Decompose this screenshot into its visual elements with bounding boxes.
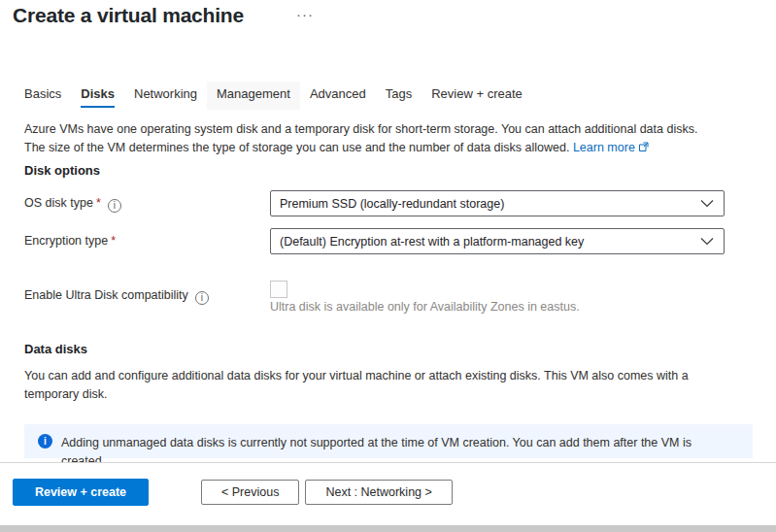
disks-description: Azure VMs have one operating system disk…	[24, 120, 697, 157]
description-line-2: The size of the VM determines the type o…	[24, 139, 697, 157]
more-options-icon[interactable]: ···	[296, 6, 314, 22]
create-vm-page: Create a virtual machine ··· Basics Disk…	[0, 0, 776, 532]
wizard-footer: Review + create < Previous Next : Networ…	[0, 462, 776, 525]
data-disks-heading: Data disks	[24, 342, 87, 356]
next-networking-button[interactable]: Next : Networking >	[305, 480, 452, 505]
info-icon[interactable]: i	[195, 291, 209, 305]
required-asterisk: *	[111, 234, 116, 248]
tab-review-create[interactable]: Review + create	[422, 82, 532, 110]
data-disks-description: You can add and configure additional dat…	[24, 367, 689, 404]
wizard-tabs: Basics Disks Networking Management Advan…	[15, 82, 532, 110]
ultra-disk-label: Enable Ultra Disk compatibilityi	[24, 288, 209, 305]
os-disk-type-label: OS disk type*i	[24, 196, 121, 213]
ultra-disk-helper-text: Ultra disk is available only for Availab…	[270, 300, 580, 314]
tab-tags[interactable]: Tags	[376, 82, 422, 110]
tab-advanced[interactable]: Advanced	[300, 82, 376, 110]
learn-more-link[interactable]: Learn more	[573, 141, 635, 154]
ultra-disk-checkbox[interactable]	[270, 281, 287, 298]
tab-disks[interactable]: Disks	[71, 82, 124, 110]
disk-options-heading: Disk options	[24, 163, 100, 178]
os-disk-type-value: Premium SSD (locally-redundant storage)	[280, 197, 504, 211]
encryption-type-value: (Default) Encryption at-rest with a plat…	[280, 235, 584, 249]
chevron-down-icon	[700, 237, 714, 246]
review-create-button[interactable]: Review + create	[13, 479, 149, 506]
page-title: Create a virtual machine	[13, 4, 244, 27]
info-icon[interactable]: i	[108, 199, 121, 213]
tab-management[interactable]: Management	[207, 82, 300, 110]
external-link-icon	[638, 142, 649, 152]
previous-button[interactable]: < Previous	[201, 480, 299, 505]
tab-basics[interactable]: Basics	[15, 82, 71, 110]
chevron-down-icon	[700, 199, 714, 208]
tab-networking[interactable]: Networking	[124, 82, 207, 110]
info-filled-icon: i	[38, 434, 52, 449]
info-banner: i Adding unmanaged data disks is current…	[24, 424, 753, 458]
encryption-type-select[interactable]: (Default) Encryption at-rest with a plat…	[270, 228, 725, 254]
required-asterisk: *	[96, 196, 101, 210]
encryption-type-label: Encryption type*	[24, 234, 116, 248]
window-bottom-scrollbar[interactable]	[0, 525, 776, 532]
os-disk-type-select[interactable]: Premium SSD (locally-redundant storage)	[270, 190, 725, 216]
description-line-1: Azure VMs have one operating system disk…	[24, 120, 697, 139]
